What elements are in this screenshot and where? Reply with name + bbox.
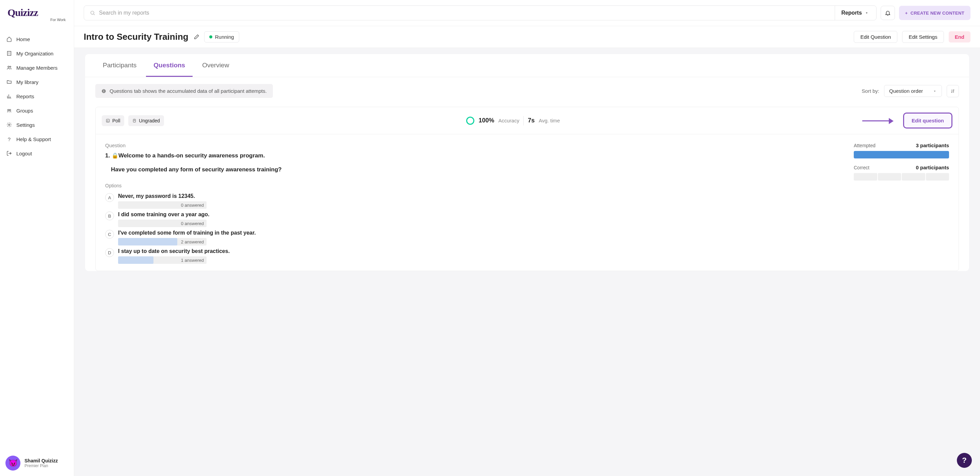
nav-logout[interactable]: Logout — [0, 146, 74, 160]
tab-participants[interactable]: Participants — [95, 54, 144, 77]
nav-settings[interactable]: Settings — [0, 117, 74, 132]
content: Participants Questions Overview i Questi… — [74, 48, 980, 476]
sort-label: Sort by: — [862, 88, 879, 94]
info-text: Questions tab shows the accumulated data… — [110, 88, 267, 94]
nav-org[interactable]: My Organization — [0, 46, 74, 60]
option-row: DI stay up to date on security best prac… — [105, 248, 840, 264]
user-name: Shamil Quizizz — [24, 458, 58, 463]
poll-icon — [106, 119, 110, 123]
users-icon — [6, 65, 12, 71]
attempted-bar — [854, 151, 949, 159]
chart-icon — [6, 93, 12, 99]
search-scope-dropdown[interactable]: Reports — [835, 6, 870, 20]
option-letter: B — [105, 211, 114, 220]
question-body: Question 1. 🔒Welcome to a hands-on secur… — [95, 134, 959, 271]
option-bar: 0 answered — [118, 201, 207, 209]
edit-question-inline-button[interactable]: Edit question — [903, 113, 953, 129]
question-subtext: Have you completed any form of security … — [105, 165, 840, 174]
divider — [523, 116, 524, 125]
option-text: Never, my password is 12345. — [118, 193, 840, 199]
option-bar: 0 answered — [118, 220, 207, 227]
option-answered-count: 1 answered — [178, 258, 207, 263]
correct-label: Correct — [854, 165, 869, 170]
avg-time-value: 7s — [528, 117, 535, 124]
create-content-button[interactable]: + CREATE NEW CONTENT — [899, 6, 970, 20]
edit-title-icon[interactable] — [193, 34, 199, 40]
edit-question-button[interactable]: Edit Question — [854, 31, 897, 43]
chevron-down-icon — [933, 89, 937, 93]
nav-label: My Organization — [16, 51, 53, 56]
nav-reports[interactable]: Reports — [0, 89, 74, 103]
question-text: 1. 🔒Welcome to a hands-on security aware… — [105, 151, 840, 160]
notifications-button[interactable] — [881, 6, 895, 20]
sort-direction-toggle[interactable] — [947, 85, 959, 97]
option-bar: 2 answered — [118, 238, 207, 246]
attempted-value: 3 participants — [916, 143, 949, 148]
question-stats: Attempted 3 participants Correct 0 parti… — [854, 143, 949, 267]
correct-row: Correct 0 participants — [854, 165, 949, 170]
question-content: Question 1. 🔒Welcome to a hands-on secur… — [105, 143, 840, 267]
page-title: Intro to Security Training — [84, 32, 189, 42]
create-label: CREATE NEW CONTENT — [911, 11, 964, 16]
help-fab[interactable]: ? — [957, 453, 972, 468]
search-scope-label: Reports — [841, 10, 862, 16]
option-letter: A — [105, 193, 114, 202]
nav-label: Groups — [16, 108, 33, 114]
search-input[interactable] — [99, 10, 835, 16]
options-label: Options — [105, 183, 840, 188]
accuracy-value: 100% — [479, 117, 494, 124]
lock-icon: 🔒 — [111, 153, 118, 159]
poll-chip: Poll — [102, 115, 124, 126]
group-icon — [6, 108, 12, 114]
end-button[interactable]: End — [949, 31, 970, 43]
question-icon: ? — [6, 136, 12, 142]
accuracy-ring-icon — [466, 117, 474, 125]
search-bar[interactable]: Reports — [84, 5, 877, 21]
tab-overview[interactable]: Overview — [195, 54, 237, 77]
correct-bar — [854, 173, 949, 181]
svg-rect-0 — [8, 51, 11, 56]
option-row: CI've completed some form of training in… — [105, 230, 840, 246]
nav-label: My library — [16, 79, 38, 85]
user-panel[interactable]: 😈 Shamil Quizizz Premier Plan — [0, 450, 74, 476]
nav-help[interactable]: ? Help & Support — [0, 132, 74, 146]
svg-point-1 — [8, 66, 9, 67]
sidebar: Quizizz For Work Home My Organization Ma… — [0, 0, 74, 476]
avatar: 😈 — [5, 455, 21, 471]
nav-label: Settings — [16, 122, 35, 128]
bell-icon — [885, 10, 891, 16]
edit-settings-button[interactable]: Edit Settings — [902, 31, 943, 43]
sort-select[interactable]: Question order — [884, 85, 942, 97]
option-row: BI did some training over a year ago.0 a… — [105, 211, 840, 227]
logo[interactable]: Quizizz For Work — [0, 0, 74, 24]
nav-label: Reports — [16, 94, 34, 99]
nav-groups[interactable]: Groups — [0, 103, 74, 117]
option-bar: 1 answered — [118, 256, 207, 264]
question-card: Poll Ungraded 100% Accuracy 7s Avg. time — [95, 107, 959, 271]
header: Reports + CREATE NEW CONTENT — [74, 0, 980, 26]
main: Reports + CREATE NEW CONTENT Intro to Se… — [74, 0, 980, 476]
option-text: I've completed some form of training in … — [118, 230, 840, 236]
gear-icon — [6, 122, 12, 128]
nav-home[interactable]: Home — [0, 32, 74, 46]
plus-icon: + — [905, 11, 908, 16]
nav-members[interactable]: Manage Members — [0, 60, 74, 75]
option-answered-count: 2 answered — [178, 240, 207, 244]
svg-point-5 — [8, 124, 10, 125]
status-dot-icon — [209, 35, 212, 38]
nav-label: Manage Members — [16, 65, 57, 71]
option-letter: C — [105, 230, 114, 239]
question-card-header: Poll Ungraded 100% Accuracy 7s Avg. time — [95, 107, 959, 134]
nav-label: Help & Support — [16, 136, 51, 142]
option-row: ANever, my password is 12345.0 answered — [105, 193, 840, 209]
nav-label: Logout — [16, 151, 32, 156]
question-label: Question — [105, 143, 840, 148]
subbar: i Questions tab shows the accumulated da… — [85, 77, 969, 105]
accuracy-label: Accuracy — [498, 117, 519, 124]
nav-library[interactable]: My library — [0, 75, 74, 89]
page-bar: Intro to Security Training Running Edit … — [74, 26, 980, 48]
svg-text:i: i — [103, 89, 104, 92]
status-text: Running — [215, 34, 234, 40]
tabs: Participants Questions Overview — [85, 54, 969, 77]
tab-questions[interactable]: Questions — [146, 54, 192, 77]
